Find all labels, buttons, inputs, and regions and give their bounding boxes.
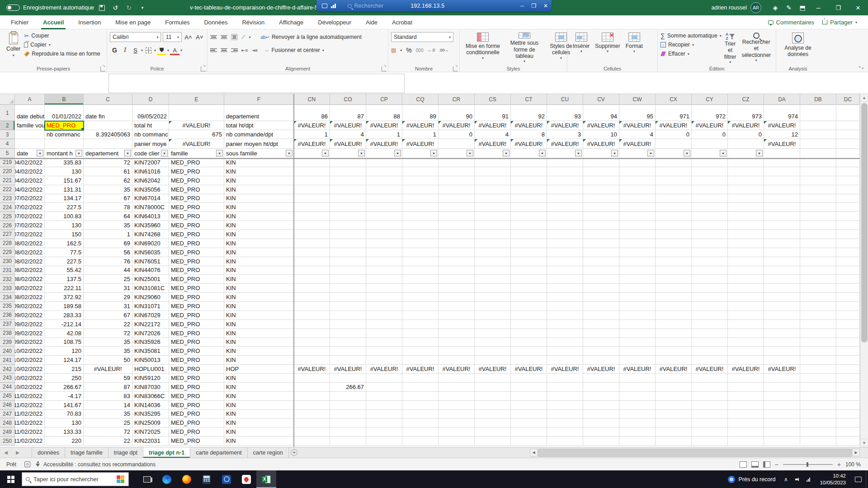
cell-F226[interactable]: KIN: [224, 221, 294, 230]
cell-CV221[interactable]: [583, 176, 619, 185]
cell-E233[interactable]: MED_PRO: [169, 284, 224, 293]
cell-DB228[interactable]: [800, 239, 836, 248]
cell-E229[interactable]: MED_PRO: [169, 248, 224, 257]
cell-CW234[interactable]: [619, 293, 656, 302]
cell-DB4[interactable]: [800, 139, 836, 149]
cell-C227[interactable]: 1: [84, 230, 132, 239]
cell-CS245[interactable]: [475, 392, 511, 401]
cell-CV222[interactable]: [583, 185, 619, 194]
row-header-239[interactable]: 239: [0, 338, 15, 347]
cell-B242[interactable]: 215: [45, 365, 84, 374]
filter-cell-CT[interactable]: ▾: [511, 149, 547, 158]
cell-CP246[interactable]: [366, 401, 402, 410]
cell-D220[interactable]: KIN61016: [132, 167, 169, 176]
cell-DA2[interactable]: #VALEUR!: [764, 121, 800, 130]
cell-CS244[interactable]: [475, 383, 511, 392]
cell-DC233[interactable]: [836, 284, 860, 293]
column-header-F[interactable]: F: [224, 94, 294, 105]
cell-F244[interactable]: KIN: [224, 383, 294, 392]
cell-CT235[interactable]: [511, 302, 547, 311]
cell-D249[interactable]: KIN72025: [132, 427, 169, 436]
cell-CS234[interactable]: [475, 293, 511, 302]
cell-CQ224[interactable]: [402, 203, 439, 212]
row-header-220[interactable]: 220: [0, 167, 15, 176]
cell-CP232[interactable]: [366, 275, 402, 284]
cell-CX223[interactable]: [656, 194, 692, 203]
cell-CX247[interactable]: [656, 410, 692, 419]
cell-CW4[interactable]: #VALEUR!: [619, 139, 656, 149]
cell-CR249[interactable]: [439, 427, 475, 436]
cell-CV219[interactable]: [583, 158, 619, 167]
cell-CO227[interactable]: [330, 230, 366, 239]
cell-DB223[interactable]: [800, 194, 836, 203]
cell-CZ246[interactable]: [728, 401, 764, 410]
cell-CW236[interactable]: [619, 311, 656, 320]
filter-dropdown-icon-CN[interactable]: ▾: [322, 150, 329, 157]
cell-A245[interactable]: 11/02/2022: [15, 392, 45, 401]
cell-CZ247[interactable]: [728, 410, 764, 419]
cell-CY3[interactable]: 0: [692, 130, 728, 139]
cell-F225[interactable]: KIN: [224, 212, 294, 221]
percent-format-icon[interactable]: %: [406, 47, 411, 54]
cell-CW228[interactable]: [619, 239, 656, 248]
cell-CN243[interactable]: [294, 374, 330, 383]
cell-CT241[interactable]: [511, 356, 547, 365]
filter-dropdown-icon-A[interactable]: ▾: [37, 150, 43, 157]
cell-CX229[interactable]: [656, 248, 692, 257]
cell-CW3[interactable]: 4: [619, 130, 656, 139]
cell-CO235[interactable]: [330, 302, 366, 311]
sheet-nav-right-icon[interactable]: ▶: [12, 447, 24, 458]
column-header-D[interactable]: D: [132, 94, 169, 105]
row-header-237[interactable]: 237: [0, 320, 15, 329]
cell-CO242[interactable]: #VALEUR!: [330, 365, 366, 374]
cell-CN241[interactable]: [294, 356, 330, 365]
cell-CX249[interactable]: [656, 427, 692, 436]
cell-DB221[interactable]: [800, 176, 836, 185]
cell-CQ235[interactable]: [402, 302, 439, 311]
cell-CX242[interactable]: #VALEUR!: [656, 365, 692, 374]
cell-CS4[interactable]: #VALEUR!: [475, 139, 511, 149]
cell-DA239[interactable]: [764, 338, 800, 347]
column-header-CN[interactable]: CN: [294, 94, 330, 105]
cell-B1[interactable]: 01/01/2022: [45, 105, 84, 121]
cell-CU221[interactable]: [547, 176, 583, 185]
cell-CQ229[interactable]: [402, 248, 439, 257]
cell-CQ4[interactable]: #VALEUR!: [402, 139, 439, 149]
cell-CV3[interactable]: 10: [583, 130, 619, 139]
clipboard-dialog-launcher-icon[interactable]: [100, 66, 105, 71]
cell-CV234[interactable]: [583, 293, 619, 302]
cell-CT1[interactable]: 92: [511, 105, 547, 121]
cell-E241[interactable]: MED_PRO: [169, 356, 224, 365]
cell-CZ238[interactable]: [728, 329, 764, 338]
cell-CQ239[interactable]: [402, 338, 439, 347]
cell-CP230[interactable]: [366, 257, 402, 266]
cell-DB236[interactable]: [800, 311, 836, 320]
cell-DB3[interactable]: [800, 130, 836, 139]
share-button[interactable]: Partager ▾: [822, 19, 857, 26]
cell-CY226[interactable]: [692, 221, 728, 230]
row-header-5[interactable]: 5: [0, 149, 15, 158]
cell-CX232[interactable]: [656, 275, 692, 284]
cell-C235[interactable]: 31: [84, 302, 132, 311]
cell-CO239[interactable]: [330, 338, 366, 347]
cell-B228[interactable]: 162.5: [45, 239, 84, 248]
cell-CS229[interactable]: [475, 248, 511, 257]
cell-E245[interactable]: MED_PRO: [169, 392, 224, 401]
cell-CZ250[interactable]: [728, 436, 764, 446]
filter-dropdown-icon-CO[interactable]: ▾: [358, 150, 365, 157]
cell-CO247[interactable]: [330, 410, 366, 419]
cell-CO4[interactable]: #VALEUR!: [330, 139, 366, 149]
cell-A241[interactable]: 10/02/2022: [15, 356, 45, 365]
cell-DA238[interactable]: [764, 329, 800, 338]
cell-CR228[interactable]: [439, 239, 475, 248]
cell-CW245[interactable]: [619, 392, 656, 401]
row-header-231[interactable]: 231: [0, 266, 15, 275]
cell-A230[interactable]: 08/02/2022: [15, 257, 45, 266]
cell-DC245[interactable]: [836, 392, 860, 401]
filter-cell-C[interactable]: departement▾: [84, 149, 132, 158]
cell-C240[interactable]: 35: [84, 347, 132, 356]
cell-CQ240[interactable]: [402, 347, 439, 356]
cell-CY228[interactable]: [692, 239, 728, 248]
cell-CN232[interactable]: [294, 275, 330, 284]
taskbar-icon-task-view[interactable]: [137, 470, 157, 488]
